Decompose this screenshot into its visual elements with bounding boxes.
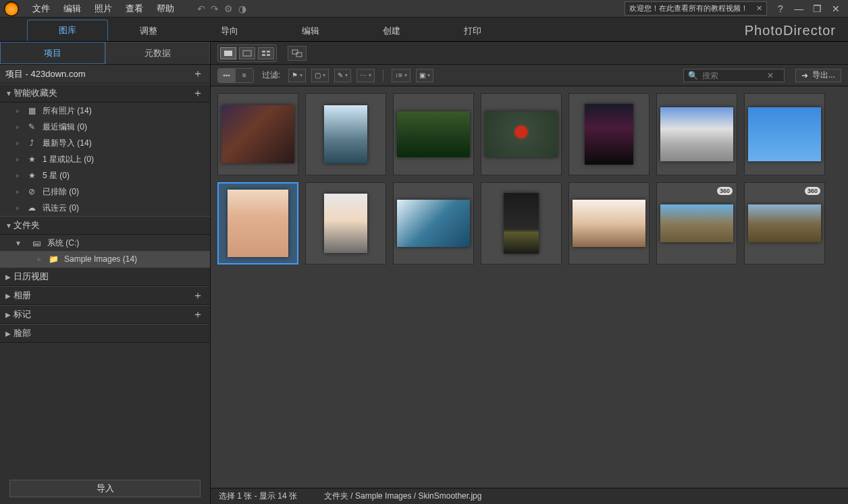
sidebar-tab-project[interactable]: 项目 <box>0 42 105 64</box>
add-project-icon[interactable]: ＋ <box>190 67 206 81</box>
section-tags[interactable]: ▶ 标记 ＋ <box>0 305 210 324</box>
filter-flag-dropdown[interactable]: ⚑▾ <box>288 69 306 82</box>
cloud-sync-icon[interactable]: ◑ <box>238 3 246 14</box>
stack-dropdown[interactable]: ▣▾ <box>416 69 433 82</box>
thumb-size-small-icon[interactable]: ▪▪▪ <box>218 69 236 82</box>
section-smart-collections[interactable]: ▼ 智能收藏夹 ＋ <box>0 84 210 103</box>
clear-search-icon[interactable]: ✕ <box>767 71 774 80</box>
tutorial-text: 欢迎您！在此查看所有的教程视频！ <box>629 3 748 13</box>
view-toolbar <box>211 42 848 65</box>
module-edit[interactable]: 编辑 <box>270 21 351 41</box>
thumbnail-image <box>324 105 367 163</box>
thumbnail[interactable]: 360 <box>656 182 737 264</box>
project-header: 项目 - 423down.com ＋ <box>0 65 210 84</box>
smart-item[interactable]: ▹⊘已排除 (0) <box>0 184 210 200</box>
section-label: 脸部 <box>14 327 31 339</box>
view-compare-icon[interactable] <box>239 47 255 59</box>
smart-item[interactable]: ▹✎最近编辑 (0) <box>0 119 210 135</box>
smart-item[interactable]: ▹⤴最新导入 (14) <box>0 135 210 151</box>
brand-title: PhotoDirector <box>745 23 836 41</box>
module-print[interactable]: 打印 <box>432 21 513 41</box>
redo-icon[interactable]: ↷ <box>211 3 219 14</box>
close-window-icon[interactable]: ✕ <box>830 3 842 14</box>
sidebar-tab-metadata[interactable]: 元数据 <box>105 42 211 64</box>
add-tag-icon[interactable]: ＋ <box>190 308 206 322</box>
menu-view[interactable]: 查看 <box>119 1 150 17</box>
view-grid-icon[interactable] <box>258 47 274 59</box>
filter-label-dropdown[interactable]: ▢▾ <box>311 69 329 82</box>
thumbnail-image <box>660 107 733 161</box>
search-box[interactable]: 🔍 ✕ <box>683 69 785 82</box>
section-calendar[interactable]: ▶ 日历视图 <box>0 267 210 286</box>
smart-item[interactable]: ▹☁讯连云 (0) <box>0 200 210 216</box>
export-button[interactable]: ➜ 导出... <box>795 69 841 82</box>
smart-item[interactable]: ▹▦所有照片 (14) <box>0 103 210 119</box>
minimize-icon[interactable]: — <box>793 3 805 14</box>
settings-icon[interactable]: ⚙ <box>224 3 233 14</box>
thumbnail[interactable] <box>393 182 474 264</box>
collection-icon: ✎ <box>26 122 37 132</box>
section-folders[interactable]: ▼ 文件夹 <box>0 216 210 235</box>
thumbnail[interactable] <box>656 93 737 175</box>
close-icon[interactable]: ✕ <box>756 4 762 13</box>
import-button[interactable]: 导入 <box>9 480 201 497</box>
thumbnail[interactable] <box>481 93 562 175</box>
item-label: 1 星或以上 (0) <box>43 154 94 165</box>
section-label: 相册 <box>14 289 31 302</box>
maximize-icon[interactable]: ❐ <box>812 3 824 14</box>
module-adjust[interactable]: 调整 <box>108 21 189 41</box>
section-label: 标记 <box>14 308 31 320</box>
menu-edit[interactable]: 编辑 <box>57 1 88 17</box>
menu-photo[interactable]: 照片 <box>88 1 119 17</box>
thumbnail[interactable] <box>305 93 386 175</box>
drive-icon: 🖴 <box>31 238 42 248</box>
thumbnail[interactable] <box>305 182 386 264</box>
module-library[interactable]: 图库 <box>27 20 108 41</box>
search-input[interactable] <box>702 71 763 80</box>
section-albums[interactable]: ▶ 相册 ＋ <box>0 286 210 305</box>
svg-rect-0 <box>224 51 232 56</box>
item-label: 最新导入 (14) <box>43 138 92 149</box>
filter-pen-dropdown[interactable]: ✎▾ <box>334 69 351 82</box>
thumbnail[interactable] <box>481 182 562 264</box>
chevron-down-icon: ▼ <box>5 90 14 97</box>
smart-item[interactable]: ▹★5 星 (0) <box>0 167 210 184</box>
thumbnail-image <box>485 111 558 157</box>
smart-item[interactable]: ▹★1 星或以上 (0) <box>0 151 210 167</box>
tutorial-banner[interactable]: 欢迎您！在此查看所有的教程视频！ ✕ <box>625 1 767 16</box>
folder-label: Sample Images (14) <box>64 254 137 264</box>
sort-order-dropdown[interactable]: ↕≡▾ <box>392 69 410 82</box>
help-icon[interactable]: ? <box>774 3 787 14</box>
item-label: 讯连云 (0) <box>43 202 79 214</box>
add-album-icon[interactable]: ＋ <box>190 289 206 303</box>
status-selection: 选择 1 张 - 显示 14 张 <box>219 491 297 502</box>
item-label: 最近编辑 (0) <box>43 121 87 133</box>
module-guided[interactable]: 导向 <box>189 21 270 41</box>
undo-icon[interactable]: ↶ <box>197 3 205 14</box>
view-single-icon[interactable] <box>220 47 236 59</box>
thumb-size-list-icon[interactable]: ≡ <box>236 69 253 82</box>
thumbnail[interactable] <box>217 182 298 264</box>
chevron-right-icon: ▹ <box>38 256 41 262</box>
thumbnail[interactable] <box>393 93 474 175</box>
folder-sample-images[interactable]: ▹ 📁 Sample Images (14) <box>0 251 210 267</box>
section-faces[interactable]: ▶ 脸部 <box>0 324 210 343</box>
fullscreen-toggle-icon[interactable] <box>288 46 307 61</box>
add-smart-icon[interactable]: ＋ <box>190 86 206 101</box>
thumbnail-image <box>221 105 294 163</box>
thumbnail[interactable] <box>568 93 650 175</box>
menu-help[interactable]: 帮助 <box>150 1 181 17</box>
thumbnail[interactable] <box>217 93 298 175</box>
chevron-right-icon: ▹ <box>16 107 20 114</box>
window-controls: ? — ❐ ✕ <box>772 3 844 14</box>
svg-rect-2 <box>262 51 265 53</box>
thumbnail[interactable] <box>568 182 650 264</box>
collection-icon: ⤴ <box>26 138 37 148</box>
thumbnail[interactable]: 360 <box>744 182 825 264</box>
thumbnail[interactable] <box>744 93 825 175</box>
folder-system-drive[interactable]: ▼ 🖴 系统 (C:) <box>0 235 210 251</box>
menu-file[interactable]: 文件 <box>26 1 57 17</box>
module-create[interactable]: 创建 <box>351 21 432 41</box>
filter-more-dropdown[interactable]: ⋯▾ <box>356 69 375 82</box>
collection-icon: ▦ <box>26 106 37 115</box>
